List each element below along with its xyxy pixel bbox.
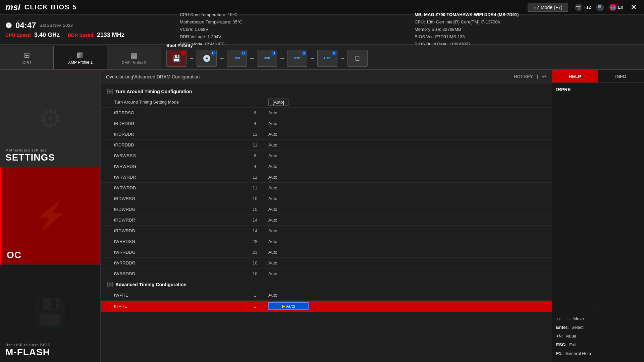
row-tRPRE[interactable]: tRPRE 1 Auto [101, 301, 552, 312]
num-tWRRDDR: 10 [241, 260, 268, 265]
boot-priority-title: Boot Priority [166, 43, 639, 48]
boot-device-4[interactable]: USB U [287, 50, 307, 67]
arrow-2: → [249, 55, 255, 62]
ddr-speed-label: DDR Speed [68, 33, 93, 38]
val-tRDRDSG: Auto [268, 110, 545, 115]
name-tWRWRDR: tWRWRDR [114, 175, 241, 180]
num-tWRRDSG: 28 [241, 239, 268, 244]
row-tRDRDDD[interactable]: tRDRDDD 11 Auto [101, 140, 552, 150]
name-tRDRDDD: tRDRDDD [114, 142, 241, 147]
val-tWRWRDG: Auto [268, 164, 545, 169]
mode-badge: [Auto] [268, 99, 288, 106]
keybind-f1: F1: General Help [556, 349, 640, 358]
oc-title: OC [7, 250, 21, 260]
val-tWRWRDD: Auto [268, 185, 545, 190]
tab-xmp1[interactable]: ▦ XMP Profile 1 [54, 46, 107, 69]
row-tWRWRDR[interactable]: tWRWRDR 11 Auto [101, 172, 552, 183]
date-display: Sat 26 Nov, 2022 [39, 23, 73, 28]
boot-device-0[interactable]: 💾 [166, 50, 186, 67]
desc-value: Value [566, 332, 576, 341]
num-tRDRDDG: 4 [241, 121, 268, 126]
boot-device-1[interactable]: 💿 U [197, 50, 217, 67]
row-tWRWRDD[interactable]: tWRWRDD 11 Auto [101, 183, 552, 193]
settings-table: − Turn Around Timing Configuration Turn … [101, 83, 552, 362]
tab-info[interactable]: INFO [598, 70, 644, 82]
tab-xmp2[interactable]: ▦ XMP Profile 2 [107, 46, 161, 69]
usb-label-3: USB [264, 57, 270, 60]
cpu-tab-label: CPU [22, 60, 31, 65]
msi-logo: msi [5, 2, 20, 12]
scroll-down-icon: ≡ [596, 302, 600, 309]
num-tWPRE: 1 [241, 293, 268, 298]
setting-value-mode: [Auto] [268, 99, 545, 106]
boot-priority-section: Boot Priority 💾 → 💿 U → USB U → USB U [161, 40, 644, 69]
settings-subtitle: Motherboard settings [5, 148, 47, 152]
name-tRPRE: tRPRE [114, 304, 241, 309]
arrow-4: → [309, 55, 315, 62]
section-collapse-btn-0[interactable]: − [107, 89, 113, 94]
row-tRDWRDD[interactable]: tRDWRDD 14 Auto [101, 226, 552, 236]
sidebar-item-mflash[interactable]: 💾 Use USB to flash BIOS M-FLASH [0, 265, 100, 362]
val-tWRWRSG: Auto [268, 153, 545, 158]
time-display: 04:47 [15, 21, 36, 30]
boot-device-2[interactable]: USB U [227, 50, 247, 67]
boot-device-6[interactable]: 🗋 [347, 50, 368, 67]
desc-f1: General Help [566, 349, 591, 358]
row-tRDWRDG[interactable]: tRDWRDG 10 Auto [101, 204, 552, 215]
xmp2-tab-icon: ▦ [130, 51, 138, 60]
row-tRDRDDG[interactable]: tRDRDDG 4 Auto [101, 118, 552, 129]
mb-temp: Motherboard Temperature: 35°C [180, 18, 404, 26]
badge-2: U [241, 51, 246, 56]
val-tRDWRDG: Auto [268, 207, 545, 212]
right-panel-content: tRPRE [552, 83, 644, 300]
arrow-3: → [279, 55, 285, 62]
row-tRDWRDR[interactable]: tRDWRDR 14 Auto [101, 215, 552, 226]
num-tRDRDDD: 11 [241, 142, 268, 147]
num-tRDWRDR: 14 [241, 218, 268, 223]
num-tRDWRDG: 10 [241, 207, 268, 212]
desc-move: Move [573, 314, 584, 323]
right-panel-tabs: HELP INFO [552, 70, 644, 83]
usb-label-2: USB [233, 57, 240, 60]
num-tWRRDDD: 10 [241, 271, 268, 276]
name-tWRRDDR: tWRRDDR [114, 260, 241, 265]
tab-help[interactable]: HELP [552, 70, 598, 82]
back-button[interactable]: ↩ [542, 73, 546, 80]
ddr-speed-value: 2133 MHz [97, 32, 124, 38]
row-tRDWRSG[interactable]: tRDWRSG 10 Auto [101, 193, 552, 204]
num-tWRWRDG: 4 [241, 164, 268, 169]
setting-name-mode: Turn Around Timing Setting Mode [114, 100, 241, 105]
sidebar: ⚙ Motherboard settings SETTINGS ⚡ OC 💾 U… [0, 70, 101, 362]
row-tWRWRSG[interactable]: tWRWRSG 6 Auto [101, 150, 552, 161]
row-tRDRDSG[interactable]: tRDRDSG 6 Auto [101, 108, 552, 118]
row-tWRRDDR[interactable]: tWRRDDR 10 Auto [101, 258, 552, 268]
val-tWRRDSG: Auto [268, 239, 545, 244]
mb-name: MB: MAG Z790 TOMAHAWK WIFI DDR4 (MS-7D91… [415, 11, 639, 18]
row-tWRWRDG[interactable]: tWRWRDG 4 Auto [101, 161, 552, 172]
arrow-0: → [189, 55, 195, 62]
tab-cpu[interactable]: ⊞ CPU [0, 46, 54, 69]
clock-icon: 🕐 [5, 22, 12, 28]
key-enter: Enter: [556, 323, 569, 332]
boot-device-3[interactable]: USB U [257, 50, 277, 67]
row-tRDRDDR[interactable]: tRDRDDR 11 Auto [101, 129, 552, 140]
section-advanced-timing-header: − Advanced Timing Configuration [101, 279, 552, 290]
sidebar-item-settings[interactable]: ⚙ Motherboard settings SETTINGS [0, 70, 100, 167]
keybind-enter: Enter: Select [556, 323, 640, 332]
row-tWRRDDD[interactable]: tWRRDDD 10 Auto [101, 268, 552, 279]
row-tWRRDSG[interactable]: tWRRDSG 28 Auto [101, 236, 552, 247]
optical-icon: 💿 [203, 54, 211, 62]
row-turn-around-mode[interactable]: Turn Around Timing Setting Mode [Auto] [101, 97, 552, 108]
boot-device-5[interactable]: USB U [317, 50, 337, 67]
row-tWPRE[interactable]: tWPRE 1 Auto [101, 290, 552, 301]
num-tRDWRDD: 14 [241, 228, 268, 233]
val-tWRRDDG: Auto [268, 250, 545, 255]
name-tRDWRDD: tRDWRDD [114, 228, 241, 233]
ddr-speed: DDR Speed 2133 MHz [68, 32, 124, 39]
breadcrumb-actions: HOT KEY | ↩ [514, 73, 546, 80]
row-tWRRDDG[interactable]: tWRRDDG 23 Auto [101, 247, 552, 258]
sidebar-item-oc[interactable]: ⚡ OC [0, 167, 100, 264]
section-collapse-btn-1[interactable]: − [107, 282, 113, 287]
badge-4: U [302, 51, 306, 56]
bios-ver: BIOS Ver: E7D91IMS.133 [415, 33, 639, 41]
